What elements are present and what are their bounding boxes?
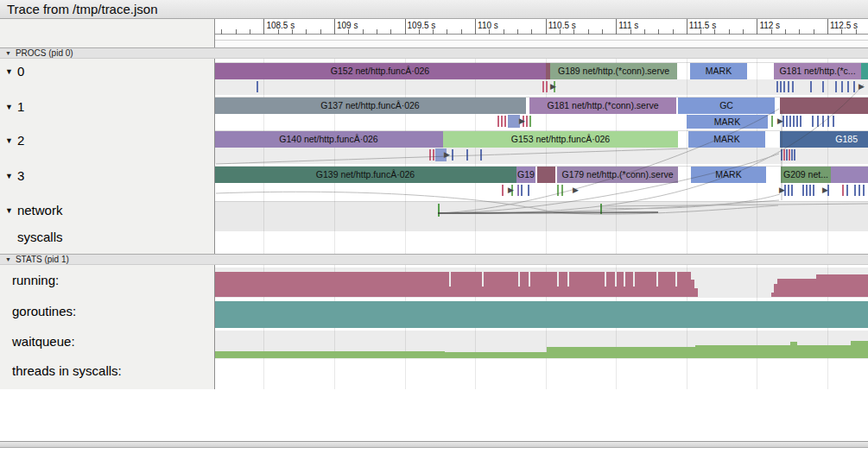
trace-slice[interactable] [861, 63, 868, 79]
collapse-arrow-icon[interactable]: ▼ [5, 50, 11, 56]
procs-section-header[interactable]: ▼PROCS (pid 0) [0, 47, 868, 59]
network-track-band[interactable] [215, 201, 868, 231]
trace-slice[interactable]: G137 net/http.funcÂ·026 [214, 98, 526, 114]
instant-event-tick[interactable] [792, 81, 794, 92]
instant-event-tick[interactable] [504, 116, 506, 127]
instant-event-tick[interactable] [812, 116, 814, 127]
stats-section-header[interactable]: ▼STATS (pid 1) [0, 254, 868, 265]
trace-slice[interactable]: G181 net/http.(*conn).serve [529, 98, 676, 114]
instant-event-tick[interactable] [858, 185, 860, 196]
instant-event-tick[interactable] [842, 185, 844, 196]
instant-event-tick[interactable] [776, 81, 778, 92]
collapse-arrow-icon[interactable]: ▼ [5, 172, 13, 180]
instant-event-tick[interactable] [854, 185, 856, 196]
collapse-arrow-icon[interactable]: ▼ [5, 256, 11, 262]
instant-event-tick[interactable] [497, 116, 499, 127]
network-instant-tick[interactable] [438, 204, 440, 217]
trace-slice[interactable]: MARK [691, 167, 766, 183]
instant-event-tick[interactable] [466, 149, 468, 161]
stat-track-threads[interactable] [215, 361, 868, 389]
instant-event-tick[interactable] [841, 81, 843, 92]
instant-event-tick[interactable] [788, 81, 789, 92]
instant-event-tick[interactable] [561, 185, 563, 196]
instant-event-tick[interactable] [517, 185, 519, 196]
instant-event-tick[interactable] [433, 149, 434, 161]
trace-slice[interactable] [831, 167, 868, 183]
instant-event-tick[interactable] [502, 185, 504, 196]
instant-event-tick[interactable] [846, 185, 848, 196]
instant-event-tick[interactable] [786, 149, 788, 161]
instant-event-tick[interactable] [796, 116, 798, 127]
trace-slice[interactable]: MARK [688, 131, 765, 148]
trace-slice[interactable]: G19 [516, 167, 535, 183]
instant-event-tick[interactable] [429, 149, 431, 161]
trace-slice[interactable]: MARK [690, 63, 747, 79]
instant-event-tick[interactable] [529, 116, 531, 127]
sidebar-item-network[interactable]: ▼network [0, 203, 62, 218]
instant-event-tick[interactable] [257, 81, 258, 92]
instant-event-tick[interactable] [771, 116, 773, 127]
sidebar-item-1[interactable]: ▼1 [0, 99, 24, 115]
instant-event-tick[interactable] [501, 116, 503, 127]
trace-slice[interactable]: G209 net... [781, 167, 831, 183]
collapse-arrow-icon[interactable]: ▼ [5, 103, 13, 111]
collapse-arrow-icon[interactable]: ▼ [5, 206, 13, 215]
instant-event-tick[interactable] [786, 116, 788, 127]
instant-event-tick[interactable] [791, 149, 793, 161]
instant-event-tick[interactable] [853, 81, 855, 92]
sidebar-item-3[interactable]: ▼3 [0, 168, 24, 184]
network-instant-tick[interactable] [600, 204, 602, 214]
instant-event-tick[interactable] [783, 149, 785, 161]
instant-event-tick[interactable] [780, 81, 782, 92]
trace-slice[interactable]: G189 net/http.(*conn).serve [550, 63, 677, 79]
instant-event-tick[interactable] [794, 149, 795, 161]
trace-slice[interactable]: GC [678, 98, 775, 114]
instant-event-cluster[interactable] [508, 115, 520, 128]
instant-event-tick[interactable] [526, 116, 528, 127]
instant-event-tick[interactable] [800, 116, 801, 127]
trace-slice[interactable]: G152 net/http.funcÂ·026 [214, 63, 546, 79]
trace-slice[interactable] [780, 98, 868, 114]
instant-event-tick[interactable] [810, 81, 812, 92]
collapse-arrow-icon[interactable]: ▼ [5, 67, 13, 76]
instant-event-tick[interactable] [793, 116, 795, 127]
instant-event-tick[interactable] [781, 149, 782, 161]
sidebar-item-0[interactable]: ▼0 [0, 64, 24, 79]
trace-slice[interactable]: G185 [780, 131, 868, 148]
instant-event-tick[interactable] [822, 81, 824, 92]
instant-event-tick[interactable] [833, 116, 834, 127]
instant-event-tick[interactable] [791, 185, 793, 196]
instant-event-tick[interactable] [521, 185, 523, 196]
instant-event-tick[interactable] [822, 116, 824, 127]
instant-event-tick[interactable] [480, 149, 482, 161]
trace-slice[interactable] [537, 167, 555, 183]
instant-event-tick[interactable] [863, 185, 865, 196]
instant-event-tick[interactable] [813, 185, 814, 196]
instant-event-tick[interactable] [817, 116, 819, 127]
instant-event-tick[interactable] [528, 185, 529, 196]
sidebar-item-syscalls[interactable]: syscalls [0, 230, 63, 245]
instant-event-tick[interactable] [452, 149, 453, 161]
instant-event-tick[interactable] [546, 81, 548, 92]
instant-event-tick[interactable] [557, 185, 559, 196]
sidebar-item-2[interactable]: ▼2 [0, 133, 24, 148]
trace-slice[interactable]: G181 net/http.(*c... [774, 63, 861, 79]
instant-event-tick[interactable] [809, 185, 811, 196]
trace-slice[interactable]: MARK [687, 115, 768, 129]
trace-slice[interactable]: G140 net/http.funcÂ·026 [214, 131, 443, 148]
instant-event-tick[interactable] [789, 116, 791, 127]
instant-event-tick[interactable] [806, 185, 808, 196]
instant-event-tick[interactable] [835, 81, 837, 92]
instant-event-tick[interactable] [802, 185, 804, 196]
details-pane-splitter[interactable] [0, 441, 868, 448]
instant-event-tick[interactable] [847, 81, 849, 92]
trace-slice[interactable]: G139 net/http.funcÂ·026 [214, 167, 516, 183]
instant-event-tick[interactable] [789, 149, 790, 161]
instant-event-tick[interactable] [783, 81, 785, 92]
instant-event-tick[interactable] [788, 185, 789, 196]
collapse-arrow-icon[interactable]: ▼ [5, 136, 13, 145]
trace-slice[interactable]: G179 net/http.(*conn).serve [557, 167, 678, 183]
trace-slice[interactable]: G153 net/http.funcÂ·026 [443, 131, 678, 148]
instant-event-tick[interactable] [827, 116, 829, 127]
instant-event-tick[interactable] [542, 81, 544, 92]
